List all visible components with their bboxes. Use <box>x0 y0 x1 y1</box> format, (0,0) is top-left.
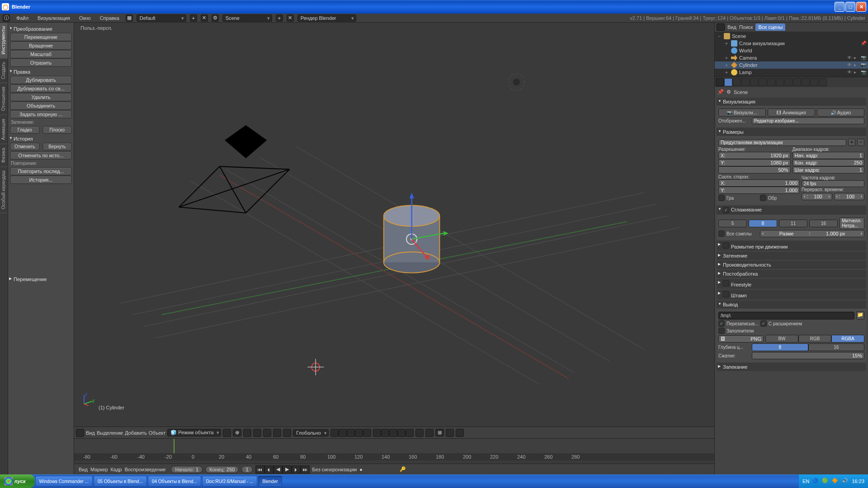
close-button[interactable]: ✕ <box>856 2 866 12</box>
stamp-header[interactable]: Штамп <box>717 290 866 300</box>
color-depth-8[interactable]: 8 <box>752 343 808 351</box>
tab-physics[interactable]: Физика <box>0 144 8 167</box>
output-path-field[interactable]: /tmp\ <box>718 312 854 319</box>
editor-type-properties-icon[interactable] <box>716 78 724 86</box>
aspect-y-field[interactable]: Y:1.000 <box>718 187 800 194</box>
end-frame-field[interactable]: Конец:250 <box>205 466 239 473</box>
tab-modifiers-icon[interactable] <box>776 78 784 86</box>
menu-render[interactable]: Визуализация <box>35 14 73 22</box>
tab-data-icon[interactable] <box>784 78 793 86</box>
render-preset-dropdown[interactable]: Предустановки визуализации <box>718 139 846 146</box>
dimensions-header[interactable]: Размеры <box>717 128 866 136</box>
bake-header[interactable]: Запекание <box>717 363 866 371</box>
render-button[interactable]: 📷 Визуали... <box>718 108 766 117</box>
tab-tools[interactable]: Инструменты <box>0 23 8 58</box>
scale-button[interactable]: Масштаб <box>10 50 72 58</box>
keyframe-prev-icon[interactable]: ⏴ <box>264 465 274 474</box>
shading-solid-icon[interactable] <box>223 429 231 437</box>
taskbar-app[interactable]: 04 Объекты в Blend... <box>148 476 201 487</box>
outliner-item-cam[interactable]: +Camera👁▸📷 <box>715 54 868 61</box>
mb-checkbox[interactable] <box>723 242 729 249</box>
snap-toggle-icon[interactable] <box>425 429 434 437</box>
taskbar-app[interactable]: Blender <box>258 476 282 487</box>
outliner-item-rlayer[interactable]: +Слои визуализации📌 <box>715 40 868 47</box>
res-y-field[interactable]: Y:1080 px <box>718 159 791 166</box>
scene-dropdown[interactable]: Scene <box>222 14 272 22</box>
screen-layout-dropdown[interactable]: Default <box>137 14 186 22</box>
full-sample-checkbox[interactable] <box>718 230 725 237</box>
audio-button[interactable]: 🔊 Аудио <box>817 108 864 117</box>
tab-texture-icon[interactable] <box>802 78 810 86</box>
display-dropdown[interactable]: Редактор изображе... <box>752 117 864 124</box>
tab-object-icon[interactable] <box>759 78 767 86</box>
flat-button[interactable]: Плоско <box>42 126 72 134</box>
outliner-item-world[interactable]: World <box>715 47 868 54</box>
color-depth-16[interactable]: 16 <box>808 343 865 351</box>
tray-icon[interactable]: 🔵 <box>812 478 819 485</box>
history-header[interactable]: История <box>9 134 73 142</box>
manipulator-toggle-icon[interactable] <box>253 429 261 437</box>
jump-end-icon[interactable]: ⏭ <box>301 465 310 474</box>
scene-remove-icon[interactable]: ✕ <box>287 14 294 22</box>
menu-object[interactable]: Объект <box>149 430 165 436</box>
outliner-item-lamp[interactable]: +Lamp👁▸📷 <box>715 69 868 76</box>
tl-menu-marker[interactable]: Маркер <box>90 467 108 472</box>
frame-start-field[interactable]: Нач. кадр:1 <box>793 152 865 159</box>
mode-dropdown[interactable]: 🧊 Режим объекта <box>167 429 221 436</box>
menu-select[interactable]: Выделение <box>97 430 123 436</box>
border-checkbox[interactable] <box>718 195 725 201</box>
folder-icon[interactable]: 📁 <box>856 311 864 319</box>
duplicate-button[interactable]: Дублировать <box>10 76 72 84</box>
screen-remove-icon[interactable]: ✕ <box>201 14 208 22</box>
history-button[interactable]: История... <box>10 176 72 184</box>
tab-physics-icon[interactable] <box>819 78 827 86</box>
outliner-menu-view[interactable]: Вид <box>727 24 736 30</box>
aa-sample-16[interactable]: 16 <box>809 220 838 227</box>
remap-old-field[interactable]: ‹ :100 › <box>802 193 832 200</box>
taskbar-app[interactable]: Doc:RU/2.6/Manual - ... <box>202 476 257 487</box>
frame-step-field[interactable]: Шаг кадра:1 <box>793 166 865 174</box>
freestyle-checkbox[interactable] <box>723 280 729 286</box>
tl-menu-view[interactable]: Вид <box>79 467 88 472</box>
pin-icon[interactable]: 📌 <box>717 89 724 95</box>
join-button[interactable]: Объединить <box>10 102 72 110</box>
render-section-header[interactable]: Визуализация <box>717 98 866 106</box>
manipulator-scale-icon[interactable] <box>283 429 291 437</box>
freestyle-header[interactable]: Freestyle <box>717 279 866 289</box>
aa-sample-8[interactable]: 8 <box>749 220 777 227</box>
opengl-anim-icon[interactable] <box>456 429 464 437</box>
overwrite-checkbox[interactable]: ✓ <box>718 320 725 327</box>
tab-material-icon[interactable] <box>793 78 801 86</box>
tab-create[interactable]: Создать <box>0 58 8 83</box>
preset-add-icon[interactable]: + <box>848 139 855 146</box>
perf-header[interactable]: Производительность <box>717 261 866 269</box>
aa-sample-5[interactable]: 5 <box>718 220 747 227</box>
taskbar-app[interactable]: 05 Объекты в Blend... <box>94 476 147 487</box>
start-button[interactable]: пуск <box>0 474 35 488</box>
edit-header[interactable]: Правка <box>9 67 73 75</box>
outliner-filter[interactable]: Все сцены <box>755 23 785 31</box>
extensions-checkbox[interactable]: ✓ <box>760 320 767 327</box>
sync-dropdown[interactable]: Без синхронизации <box>312 467 357 472</box>
tl-menu-playback[interactable]: Воспроизведение <box>125 467 166 472</box>
opengl-render-icon[interactable] <box>446 429 454 437</box>
play-reverse-icon[interactable]: ◀ <box>274 465 283 474</box>
layers-buttons[interactable] <box>330 429 414 437</box>
lang-indicator[interactable]: EN <box>802 479 809 484</box>
manipulate-center-icon[interactable] <box>243 429 251 437</box>
scene-add-icon[interactable]: + <box>276 14 283 22</box>
color-mode-rgba[interactable]: RGBA <box>831 335 864 343</box>
timeline-ruler[interactable]: -80-60-40-200204060801001201401601802002… <box>74 453 714 460</box>
lock-camera-icon[interactable] <box>415 429 424 437</box>
volume-icon[interactable]: 🔊 <box>842 478 849 485</box>
set-origin-button[interactable]: Задать опорную ... <box>10 110 72 118</box>
aa-checkbox[interactable]: ✓ <box>723 207 729 213</box>
screen-add-icon[interactable]: + <box>190 14 197 22</box>
manipulator-rotate-icon[interactable] <box>273 429 281 437</box>
color-mode-rgb[interactable]: RGB <box>798 335 831 343</box>
menu-file[interactable]: Файл <box>14 14 31 22</box>
aa-sample-11[interactable]: 11 <box>779 220 807 227</box>
tray-icon[interactable]: 🔶 <box>832 478 839 485</box>
mirror-button[interactable]: Отразить <box>10 59 72 67</box>
shading-header[interactable]: Затенение <box>717 252 866 260</box>
